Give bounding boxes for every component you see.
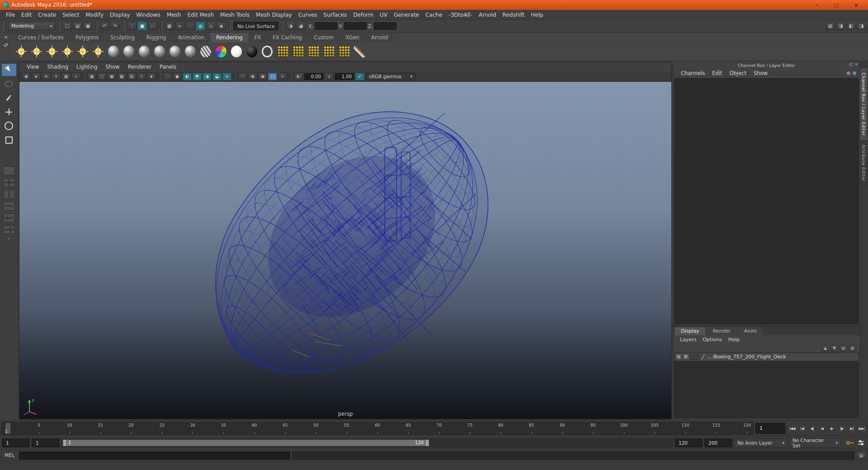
character-set-dropdown[interactable]: No Character Set	[789, 438, 841, 447]
create-layer-from-selected-icon[interactable]: ▥	[849, 345, 856, 352]
layout-two-pane-stacked-button[interactable]	[3, 202, 15, 211]
layout-single-pane-button[interactable]	[3, 166, 15, 175]
paint-select-tool-button[interactable]	[2, 92, 16, 104]
select-camera-icon[interactable]: ◉	[22, 73, 31, 80]
use-background-icon[interactable]	[245, 44, 259, 59]
shelf-tab-fx[interactable]: FX	[249, 33, 267, 42]
wireframe-icon[interactable]: ◌	[163, 73, 172, 80]
menu-mesh-tools[interactable]: Mesh Tools	[217, 12, 253, 18]
rotate-tool-button[interactable]	[2, 120, 16, 132]
shadows-icon[interactable]: ◑	[203, 73, 212, 80]
area-light-icon[interactable]	[45, 44, 59, 59]
go-to-start-button[interactable]: |◀◀	[787, 423, 797, 434]
material-standard-icon[interactable]	[106, 44, 121, 59]
sidebar-tab-channel-box-layer-editor[interactable]: Channel Box / Layer Editor	[860, 69, 867, 141]
layer-menu-options[interactable]: Options	[699, 337, 725, 343]
shelf-tab-animation[interactable]: Animation	[172, 33, 210, 42]
layer-row[interactable]: VP╱...:Boeing_757_200_Flight_Deck	[675, 353, 859, 361]
select-tool-button[interactable]	[2, 64, 16, 76]
depth-of-field-icon[interactable]: ◉	[248, 73, 257, 80]
ambient-light-icon[interactable]	[75, 44, 90, 59]
soft-select-icon[interactable]: ◕	[296, 22, 306, 30]
layout-outliner-persp-button[interactable]	[3, 213, 15, 222]
safe-action-icon[interactable]: ◇	[137, 73, 146, 80]
layer-list[interactable]: VP╱...:Boeing_757_200_Flight_Deck	[674, 352, 859, 418]
minimize-button[interactable]: –	[810, 1, 823, 9]
panel-menu-renderer[interactable]: Renderer	[124, 64, 156, 70]
exposure-field[interactable]: 0.00	[304, 73, 323, 80]
scale-tool-button[interactable]	[2, 134, 16, 146]
layer-editor-tab-render[interactable]: Render	[707, 327, 737, 335]
open-scene-icon[interactable]: ▤	[73, 22, 82, 30]
menu-edit[interactable]: Edit	[18, 12, 35, 18]
menu-cache[interactable]: Cache	[422, 12, 445, 18]
shelf-tab-fx-caching[interactable]: FX Caching	[267, 33, 307, 42]
toolbox-collapse-button[interactable]: -	[5, 235, 14, 242]
symmetry-icon[interactable]: ◑	[286, 22, 295, 30]
toggle-attribute-editor-icon[interactable]: ◨	[836, 22, 845, 30]
joints-xray-icon[interactable]: +	[278, 73, 287, 80]
menuset-dropdown[interactable]: Modeling	[8, 22, 55, 31]
material-phonge-icon[interactable]	[168, 44, 182, 59]
channel-box-menu-object[interactable]: Object	[726, 70, 750, 76]
step-back-key-button[interactable]: ◀|	[807, 423, 817, 434]
animation-end-field[interactable]: 200	[704, 438, 732, 447]
layer-playback-toggle[interactable]: P	[683, 354, 689, 360]
menu-arnold[interactable]: Arnold	[476, 12, 500, 18]
x-coordinate-input[interactable]	[315, 22, 337, 30]
image-plane-icon[interactable]: ▦	[61, 73, 71, 80]
menu-curves[interactable]: Curves	[295, 12, 321, 18]
batch-render-icon[interactable]	[321, 44, 336, 59]
menu-select[interactable]: Select	[59, 12, 82, 18]
menu-file[interactable]: File	[3, 12, 18, 18]
toggle-modeling-toolkit-icon[interactable]: ▧	[826, 22, 835, 30]
move-tool-button[interactable]	[2, 106, 16, 118]
select-object-icon[interactable]: ▣	[137, 22, 147, 30]
isolate-select-icon[interactable]: ▣	[258, 73, 267, 80]
viewport-canvas[interactable]: y persp	[19, 81, 671, 419]
menu-modify[interactable]: Modify	[82, 12, 107, 18]
render-current-frame-icon[interactable]	[306, 44, 321, 59]
color-management-toggle-icon[interactable]: ✓	[355, 73, 364, 80]
shelf-tab-arnold[interactable]: Arnold	[366, 33, 393, 42]
gamma-icon[interactable]: γ	[325, 73, 334, 80]
smooth-shade-icon[interactable]: ●	[173, 73, 182, 80]
xray-icon[interactable]: ▢	[268, 73, 277, 80]
sidebar-grip[interactable]	[862, 62, 866, 69]
panel-menu-shading[interactable]: Shading	[43, 64, 72, 70]
lock-camera-icon[interactable]: ◈	[32, 73, 41, 80]
lasso-tool-button[interactable]	[2, 78, 16, 90]
menu-3dtoall[interactable]: -3DtoAll-	[445, 12, 475, 18]
shelf-tabs-menu-icon[interactable]: ▾	[2, 34, 9, 40]
animation-start-field[interactable]: 1	[2, 438, 30, 447]
menu-windows[interactable]: Windows	[133, 12, 164, 18]
move-layer-up-icon[interactable]: ▲	[821, 345, 829, 352]
menu-generate[interactable]: Generate	[391, 12, 422, 18]
current-frame-field[interactable]: 1	[755, 423, 785, 434]
close-panel-icon[interactable]: ×	[854, 62, 858, 66]
motion-blur-icon[interactable]: ≈	[222, 73, 231, 80]
field-chart-icon[interactable]: ▤	[127, 73, 136, 80]
screen-space-ao-icon[interactable]: ◒	[212, 73, 222, 80]
float-panel-icon[interactable]: ◱	[849, 62, 853, 66]
volume-light-icon[interactable]	[91, 44, 105, 59]
multisample-icon[interactable]: ∷	[238, 73, 247, 80]
film-gate-icon[interactable]: ▢	[97, 73, 106, 80]
move-layer-down-icon[interactable]: ▼	[830, 345, 838, 352]
directional-light-icon[interactable]	[60, 44, 75, 59]
resolution-gate-icon[interactable]: ▣	[107, 73, 116, 80]
two-d-pan-zoom-icon[interactable]: +	[71, 73, 80, 80]
menu-help[interactable]: Help	[528, 12, 546, 18]
shading-group-icon[interactable]	[260, 44, 274, 59]
animation-preferences-icon[interactable]	[855, 438, 866, 447]
range-end-handle[interactable]	[426, 440, 429, 446]
safe-title-icon[interactable]: ◈	[147, 73, 156, 80]
hypershade-icon[interactable]	[337, 44, 351, 59]
channel-manipulator-icon[interactable]	[853, 71, 856, 75]
menu-surfaces[interactable]: Surfaces	[320, 12, 350, 18]
shelf-tab-custom[interactable]: Custom	[308, 33, 339, 42]
play-backwards-button[interactable]: ◀	[817, 423, 827, 434]
channel-box-menu-edit[interactable]: Edit	[709, 70, 725, 76]
step-back-frame-button[interactable]: |◀	[797, 423, 807, 434]
view-transform-dropdown[interactable]: sRGB gamma	[366, 73, 415, 80]
